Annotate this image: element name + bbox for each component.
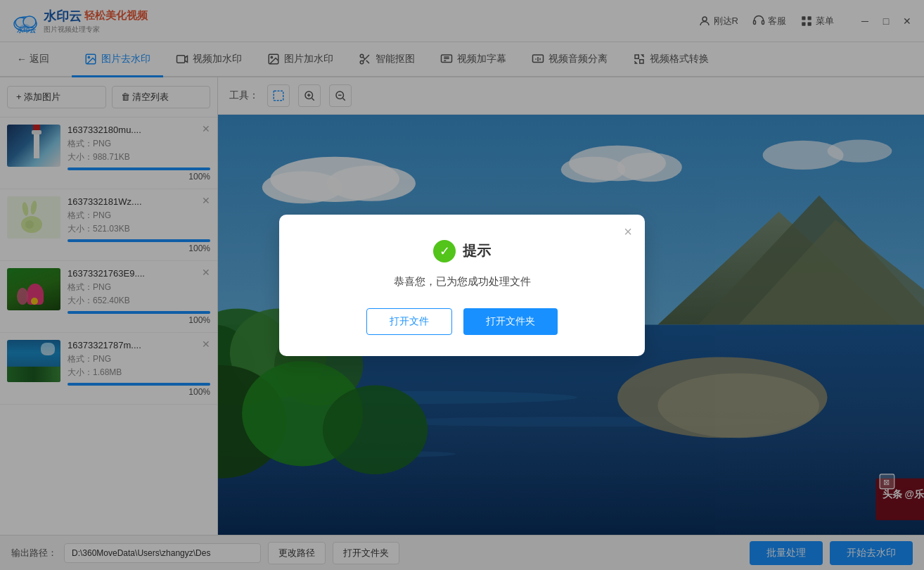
modal-header: ✓ 提示 [307, 240, 617, 262]
modal-actions: 打开文件 打开文件夹 [307, 308, 617, 335]
modal-message: 恭喜您，已为您成功处理文件 [307, 275, 617, 289]
modal-title: 提示 [463, 241, 491, 260]
modal-close-button[interactable]: × [624, 224, 632, 239]
modal-overlay[interactable]: × ✓ 提示 恭喜您，已为您成功处理文件 打开文件 打开文件夹 [0, 0, 924, 570]
modal-open-file-button[interactable]: 打开文件 [366, 308, 452, 335]
modal-open-folder-button[interactable]: 打开文件夹 [463, 308, 558, 335]
success-icon: ✓ [433, 240, 456, 262]
modal-dialog: × ✓ 提示 恭喜您，已为您成功处理文件 打开文件 打开文件夹 [279, 215, 645, 356]
